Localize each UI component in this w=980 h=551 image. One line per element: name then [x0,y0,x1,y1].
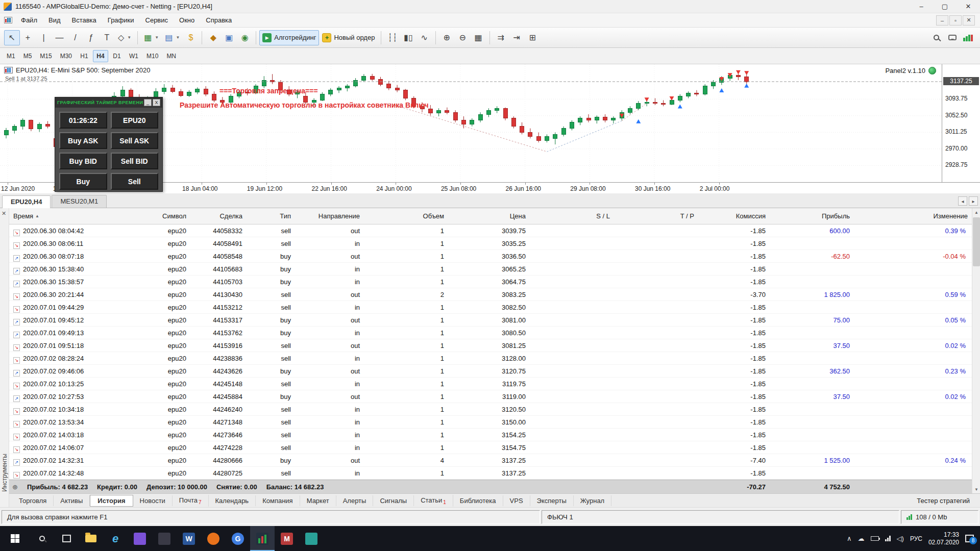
menu-item-4[interactable]: Графики [102,16,140,24]
search-button[interactable] [928,30,944,45]
taskbar-clock[interactable]: 17:33 02.07.2020 [928,531,959,546]
timeframe-h4[interactable]: H4 [93,50,108,62]
toolbox-tab-статьи[interactable]: Статьи1 [414,495,453,507]
timeframe-m30[interactable]: M30 [57,50,76,62]
table-row[interactable]: ↗2020.06.30 08:07:18epu2044058548buyout1… [9,250,972,263]
zoom-in-button[interactable]: ⊕ [439,30,455,45]
toolbox-tab-vps[interactable]: VPS [503,495,530,506]
timeframe-m15[interactable]: M15 [36,50,55,62]
cursor-tool[interactable]: ↖ [4,30,20,45]
action-center-icon[interactable]: 8 [965,535,974,542]
mdi-restore-button[interactable]: ▫ [949,15,962,26]
chart-shift-button[interactable]: ⇥ [509,30,525,45]
toolbox-tab-компания[interactable]: Компания [256,495,300,506]
toolbox-tab-алерты[interactable]: Алерты [336,495,374,506]
timeframe-w1[interactable]: W1 [126,50,142,62]
horizontal-line-tool[interactable]: — [52,30,67,45]
timer-panel-titlebar[interactable]: ГРАФИЧЕСКИЙ ТАЙМЕР ВРЕМЕНИ _ X [55,97,162,108]
onedrive-cloud-icon[interactable]: ☁ [858,535,865,542]
table-row[interactable]: ↘2020.06.30 20:21:44epu2044130430sellout… [9,288,972,301]
menu-item-2[interactable]: Вид [43,16,66,24]
timer-button-buy[interactable]: Buy [59,173,107,190]
timer-button-sell[interactable]: Sell [111,173,159,190]
fibonacci-tool[interactable]: ƒ [83,30,99,45]
algotrading-button[interactable]: Алготрейдинг [259,30,319,45]
crosshair-tool[interactable]: + [20,30,36,45]
maximize-button[interactable]: ▢ [933,0,957,13]
toolbox-tab-почта[interactable]: Почта7 [173,495,209,507]
new-order-button[interactable]: Новый ордер [319,30,378,45]
column-header-10[interactable]: Комиссия [698,208,770,224]
menu-item-6[interactable]: Окно [174,16,200,24]
table-row[interactable]: ↘2020.07.02 13:53:34epu2044271348sellin1… [9,416,972,429]
toolbox-tab-активы[interactable]: Активы [54,495,90,506]
table-row[interactable]: ↗2020.06.30 15:38:40epu2044105683buyin13… [9,263,972,276]
taskbar-app-orange-button[interactable] [201,526,226,551]
taskbar-app-purple-button[interactable] [128,526,152,551]
toolbox-close-icon[interactable]: ✕ [2,210,6,217]
table-row[interactable]: ↗2020.07.02 10:27:53epu2044245884buyout1… [9,390,972,403]
table-row[interactable]: ↘2020.07.02 10:13:25epu2044245148sellin1… [9,378,972,390]
taskbar-app-red-button[interactable]: M [275,526,299,551]
menu-item-7[interactable]: Справка [200,16,237,24]
timer-button-01-26-22[interactable]: 01:26:22 [59,112,107,129]
auto-scroll-button[interactable]: ⇉ [493,30,509,45]
toolbox-tab-история[interactable]: История [90,495,133,507]
column-header-8[interactable]: S / L [530,208,614,224]
table-row[interactable]: ↘2020.07.02 14:03:18epu2044273646sellin1… [9,429,972,441]
menu-item-5[interactable]: Сервис [140,16,174,24]
taskbar-app-blue-button[interactable]: G [226,526,250,551]
start-button[interactable] [0,526,30,551]
timeframe-mn[interactable]: MN [163,50,180,62]
edge-browser-button[interactable]: e [103,526,128,551]
line-chart-button[interactable]: ∿ [416,30,432,45]
strategy-tester-tab[interactable]: Тестер стратегий [917,497,977,505]
mdi-close-button[interactable]: ✕ [963,15,975,26]
toolbox-tab-маркет[interactable]: Маркет [300,495,336,506]
table-row[interactable]: ↗2020.07.01 09:45:12epu2044153317buyout1… [9,314,972,327]
column-header-12[interactable]: Изменение [854,208,972,224]
volume-icon[interactable]: ◁) [897,535,904,542]
toolbox-tab-журнал[interactable]: Журнал [574,495,611,506]
column-header-4[interactable]: Тип [247,208,295,224]
signals-button[interactable]: ◉ [237,30,253,45]
table-row[interactable]: ↘2020.06.30 08:04:42epu2044058332sellout… [9,224,972,237]
history-table-header[interactable]: Время▲СимволСделкаТипНаправлениеОбъемЦен… [9,208,972,224]
table-row[interactable]: ↗2020.07.02 14:32:31epu2044280666buyout4… [9,454,972,467]
new-chart-button[interactable]: ▦▼ [141,30,162,45]
menu-item-1[interactable]: Файл [15,16,43,24]
chart-tab-mesu20-m1[interactable]: MESU20,M1 [52,195,107,208]
toolbox-tab-библиотека[interactable]: Библиотека [453,495,503,506]
battery-icon[interactable] [871,536,879,541]
timer-button-sell-ask[interactable]: Sell ASK [111,132,159,149]
timer-button-sell-bid[interactable]: Sell BID [111,153,159,169]
column-header-9[interactable]: T / P [614,208,698,224]
minimize-button[interactable]: – [910,0,933,13]
word-button[interactable]: W [177,526,201,551]
taskbar-app-teal-button[interactable] [299,526,324,551]
table-row[interactable]: ↘2020.07.02 10:34:18epu2044246240sellin1… [9,403,972,416]
hidden-icons-chevron[interactable]: ∧ [847,535,852,542]
expand-summary-icon[interactable]: ⊕ [12,480,18,494]
candles-chart-button[interactable]: ▮▯ [401,30,416,45]
timeframe-m5[interactable]: M5 [20,50,36,62]
funds-button[interactable]: $ [183,30,199,45]
graphic-timer-panel[interactable]: ГРАФИЧЕСКИЙ ТАЙМЕР ВРЕМЕНИ _ X 01:26:22E… [55,97,163,192]
file-explorer-button[interactable] [79,526,103,551]
tabs-scroll-left-icon[interactable]: ◂ [958,196,967,206]
metatrader5-button[interactable] [250,526,275,551]
toolbox-tab-эксперты[interactable]: Эксперты [530,495,574,506]
tile-windows-button[interactable]: ▦ [471,30,486,45]
toolbox-tab-новости[interactable]: Новости [133,495,173,506]
toolbox-tab-торговля[interactable]: Торговля [12,495,54,506]
timer-close-button[interactable]: X [153,99,160,106]
column-header-7[interactable]: Цена [448,208,530,224]
scroll-up-icon[interactable]: ▲ [972,208,980,216]
panel-status-icon[interactable] [928,67,936,74]
network-icon[interactable] [885,536,891,541]
column-header-3[interactable]: Сделка [190,208,247,224]
timer-button-epu20[interactable]: EPU20 [111,112,159,129]
toolbox-tab-сигналы[interactable]: Сигналы [373,495,414,506]
column-header-2[interactable]: Символ [119,208,190,224]
timer-button-buy-bid[interactable]: Buy BID [59,153,107,169]
